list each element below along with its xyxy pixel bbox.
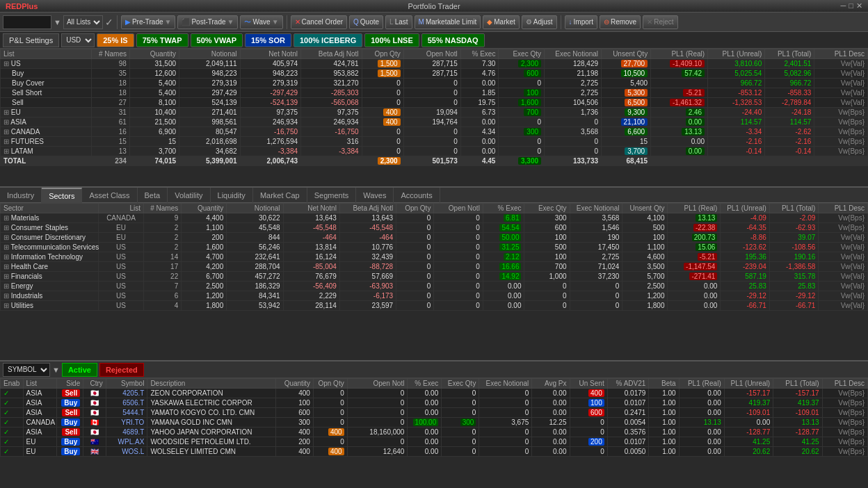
order-enab[interactable]: ✓ xyxy=(1,447,24,457)
tab-sectors[interactable]: Sectors xyxy=(42,188,82,203)
sectors-table-row[interactable]: ⊞ Health Care US 17 4,200 288,704 -85,00… xyxy=(1,262,868,272)
table-row[interactable]: ⊞ CANADA 16 6,900 80,547 -16,750 -16,750… xyxy=(1,127,868,137)
order-symbol[interactable]: 4689.T xyxy=(106,428,147,437)
order-row[interactable]: ✓ ASIA Sell 🇯🇵 4205.T ZEON CORPORATION 4… xyxy=(1,389,868,398)
scol-execnotl[interactable]: Exec Notional xyxy=(570,204,622,213)
order-enab[interactable]: ✓ xyxy=(1,408,24,418)
order-row[interactable]: ✓ ASIA Buy 🇯🇵 6506.T YASKAWA ELECTRIC CO… xyxy=(1,398,868,408)
scol-opnqty[interactable]: Opn Qty xyxy=(396,204,434,213)
reject-btn[interactable]: ✕ Reject xyxy=(643,15,677,29)
tab-market-cap[interactable]: Market Cap xyxy=(253,188,307,203)
table-row[interactable]: ⊞ ASIA 61 21,500 998,561 246,934 246,934… xyxy=(1,117,868,127)
rejected-orders-btn[interactable]: Rejected xyxy=(99,363,144,377)
sectors-table-row[interactable]: ⊞ Utilities US 4 1,800 53,942 28,114 23,… xyxy=(1,301,868,311)
scol-sector[interactable]: Sector xyxy=(1,204,99,213)
expand-icon[interactable]: ⊞ xyxy=(3,60,11,67)
tab-liquidity[interactable]: Liquidity xyxy=(211,188,253,203)
lnse-btn[interactable]: 100% LNSE xyxy=(364,33,419,47)
nasdaq-btn[interactable]: 55% NASDAQ xyxy=(421,33,485,47)
sector-expand[interactable]: ⊞ xyxy=(3,263,11,270)
col-pltotal[interactable]: PL1 (Total) xyxy=(765,49,814,59)
marketable-limit-btn[interactable]: M Marketable Limit xyxy=(415,15,481,29)
scol-unsent[interactable]: Unsent Qty xyxy=(622,204,668,213)
table-row[interactable]: Sell Short 18 5,400 297,429 -297,429 -28… xyxy=(1,88,868,98)
search-input[interactable] xyxy=(3,15,51,29)
order-symbol-select[interactable]: SYMBOL xyxy=(3,363,50,377)
sector-expand[interactable]: ⊞ xyxy=(3,292,11,300)
scol-opennotl[interactable]: Open Notl xyxy=(434,204,483,213)
twap-btn[interactable]: 75% TWAP xyxy=(136,33,188,47)
table-row[interactable]: ⊞ LATAM 13 3,700 34,682 -3,384 -3,384 0 … xyxy=(1,147,868,156)
post-trade-btn[interactable]: ⬛ Post-Trade ▼ xyxy=(177,15,238,29)
search-arrow[interactable]: ▼ xyxy=(54,18,61,26)
order-enab[interactable]: ✓ xyxy=(1,428,24,437)
order-row[interactable]: ✓ ASIA Sell 🇯🇵 4689.T YAHOO JAPAN CORPOR… xyxy=(1,428,868,437)
col-net[interactable]: Net Notnl xyxy=(240,49,301,59)
table-row[interactable]: ⊞ EU 31 10,400 271,401 97,375 97,375 400… xyxy=(1,108,868,117)
sectors-table-row[interactable]: ⊞ Energy US 7 2,500 186,329 -56,409 -63,… xyxy=(1,282,868,291)
order-symbol-arrow[interactable]: ▼ xyxy=(52,366,60,374)
tab-segments[interactable]: Segments xyxy=(307,188,357,203)
col-names[interactable]: # Names xyxy=(92,49,130,59)
table-row[interactable]: Buy Cover 18 5,400 279,319 279,319 321,2… xyxy=(1,79,868,88)
import-btn[interactable]: ↓ Import xyxy=(565,15,597,29)
scol-net[interactable]: Net Notnl xyxy=(283,204,339,213)
market-btn[interactable]: ◆ Market xyxy=(483,15,520,29)
col-opennotl[interactable]: Open Notl xyxy=(403,49,460,59)
tab-asset-class[interactable]: Asset Class xyxy=(82,188,137,203)
scol-plunreal[interactable]: PL1 (Unreal) xyxy=(721,204,769,213)
sectors-table-row[interactable]: ⊞ Industrials US 6 1,200 84,341 2,229 -6… xyxy=(1,291,868,301)
list-select[interactable]: All Lists xyxy=(63,15,103,29)
order-row[interactable]: ✓ CANADA Buy 🇨🇦 YRI.TO YAMANA GOLD INC C… xyxy=(1,418,868,428)
order-row[interactable]: ✓ EU Buy 🇬🇧 WOS.L WOLSELEY LIMITED CMN 4… xyxy=(1,447,868,457)
col-execqty[interactable]: Exec Qty xyxy=(499,49,545,59)
expand-icon[interactable]: ⊞ xyxy=(3,138,11,145)
scol-pldesc[interactable]: PL1 Desc xyxy=(819,204,868,213)
col-list[interactable]: List xyxy=(1,49,92,59)
active-orders-btn[interactable]: Active xyxy=(62,363,97,377)
scol-beta[interactable]: Beta Adj Notl xyxy=(339,204,396,213)
order-symbol[interactable]: 4205.T xyxy=(106,389,147,398)
col-plunreal[interactable]: PL1 (Unreal) xyxy=(708,49,765,59)
sectors-table-row[interactable]: ⊞ Consumer Staples EU 2 1,100 45,548 -45… xyxy=(1,223,868,233)
expand-icon[interactable]: ⊞ xyxy=(3,108,11,116)
sector-expand[interactable]: ⊞ xyxy=(3,214,11,222)
scol-pltotal[interactable]: PL1 (Total) xyxy=(769,204,818,213)
sector-expand[interactable]: ⊞ xyxy=(3,253,11,261)
order-row[interactable]: ✓ EU Buy 🇦🇺 WPL.AX WOODSIDE PETROLEUM LT… xyxy=(1,437,868,447)
col-pldesc[interactable]: PL1 Desc xyxy=(814,49,868,59)
pnl-settings-btn[interactable]: P&L Settings xyxy=(3,33,59,47)
remove-btn[interactable]: ⊖ Remove xyxy=(600,15,641,29)
col-unsent[interactable]: Unsent Qty xyxy=(602,49,651,59)
adjust-btn[interactable]: ⚙ Adjust xyxy=(522,15,557,29)
vwap-btn[interactable]: 50% VWAP xyxy=(191,33,243,47)
wave-btn[interactable]: 〜 Wave ▼ xyxy=(240,15,282,29)
col-beta[interactable]: Beta Adj Notl xyxy=(301,49,362,59)
sector-expand[interactable]: ⊞ xyxy=(3,302,11,309)
sector-expand[interactable]: ⊞ xyxy=(3,273,11,280)
expand-icon[interactable]: ⊞ xyxy=(3,147,11,155)
cancel-order-btn[interactable]: ✕ Cancel Order xyxy=(291,15,347,29)
order-symbol[interactable]: YRI.TO xyxy=(106,418,147,428)
col-notional[interactable]: Notional xyxy=(179,49,241,59)
tab-accounts[interactable]: Accounts xyxy=(394,188,440,203)
sectors-table-row[interactable]: ⊞ Information Technology US 14 4,700 232… xyxy=(1,252,868,262)
quote-btn[interactable]: Q Quote xyxy=(349,15,383,29)
sectors-table-row[interactable]: ⊞ Telecommunication Services US 2 1,600 … xyxy=(1,243,868,252)
col-pctexec[interactable]: % Exec xyxy=(460,49,499,59)
scol-pctexec[interactable]: % Exec xyxy=(483,204,524,213)
sector-expand[interactable]: ⊞ xyxy=(3,224,11,231)
expand-icon[interactable]: ⊞ xyxy=(3,128,11,136)
maximize-btn[interactable]: □ xyxy=(849,1,853,10)
is-btn[interactable]: 25% IS xyxy=(97,33,134,47)
tab-industry[interactable]: Industry xyxy=(0,188,42,203)
order-symbol[interactable]: WOS.L xyxy=(106,447,147,457)
col-plreal[interactable]: PL1 (Real) xyxy=(651,49,708,59)
scol-qty[interactable]: Quantity xyxy=(182,204,227,213)
order-symbol[interactable]: 5444.T xyxy=(106,408,147,418)
currency-select[interactable]: USD xyxy=(61,33,95,47)
scol-plreal[interactable]: PL1 (Real) xyxy=(668,204,721,213)
last-btn[interactable]: L Last xyxy=(385,15,412,29)
table-row[interactable]: TOTAL 234 74,015 5,399,001 2,006,743 2,3… xyxy=(1,156,868,166)
table-row[interactable]: Sell 27 8,100 524,139 -524,139 -565,068 … xyxy=(1,98,868,108)
